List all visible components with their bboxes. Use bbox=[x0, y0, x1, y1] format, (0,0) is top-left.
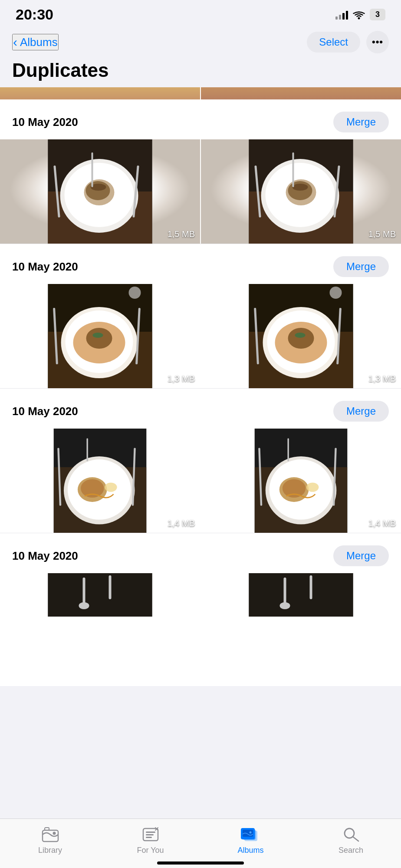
back-button[interactable]: ‹ Albums bbox=[12, 34, 59, 50]
svg-point-44 bbox=[330, 287, 342, 299]
back-label: Albums bbox=[20, 36, 58, 49]
img-size-1a: 1,5 MB bbox=[168, 229, 195, 239]
food-svg-4a bbox=[0, 573, 200, 617]
for-you-icon bbox=[140, 826, 161, 843]
duplicate-section-4: 10 May 2020 Merge bbox=[0, 533, 401, 617]
svg-point-52 bbox=[105, 482, 117, 492]
page-title-container: Duplicates bbox=[0, 56, 401, 87]
page-title: Duplicates bbox=[12, 59, 389, 81]
svg-point-19 bbox=[293, 184, 308, 191]
svg-rect-76 bbox=[310, 575, 312, 599]
svg-point-88 bbox=[249, 832, 251, 834]
dup-images-4 bbox=[0, 573, 401, 617]
nav-library-label: Library bbox=[38, 846, 62, 855]
search-icon bbox=[341, 826, 362, 843]
nav-search[interactable]: Search bbox=[323, 826, 379, 855]
dup-date-2: 10 May 2020 bbox=[12, 260, 78, 274]
more-button[interactable]: ••• bbox=[366, 31, 389, 53]
merge-button-1[interactable]: Merge bbox=[333, 112, 389, 132]
dup-images-3: 1,4 MB 1,4 MB bbox=[0, 429, 401, 533]
dup-image-3b[interactable]: 1,4 MB bbox=[201, 429, 401, 533]
top-partial-left bbox=[0, 87, 201, 99]
dup-images-1: 1,5 MB 1,5 MB bbox=[0, 139, 401, 244]
svg-rect-68 bbox=[48, 573, 152, 617]
svg-point-0 bbox=[358, 17, 360, 19]
svg-point-78 bbox=[53, 832, 56, 835]
svg-point-63 bbox=[306, 482, 319, 492]
albums-icon bbox=[240, 826, 261, 843]
img-size-2b: 1,3 MB bbox=[368, 374, 396, 384]
dup-header-1: 10 May 2020 Merge bbox=[0, 99, 401, 139]
food-svg-1a bbox=[0, 139, 200, 244]
bottom-spacer bbox=[0, 617, 401, 686]
dup-image-2a[interactable]: 1,3 MB bbox=[0, 284, 200, 388]
food-svg-1b bbox=[201, 139, 401, 244]
home-indicator bbox=[157, 861, 244, 865]
svg-point-75 bbox=[280, 602, 290, 609]
nav-albums-label: Albums bbox=[237, 846, 263, 855]
img-size-3a: 1,4 MB bbox=[168, 518, 195, 528]
food-svg-3b bbox=[201, 429, 401, 533]
food-svg-4b bbox=[201, 573, 401, 617]
nav-library[interactable]: Library bbox=[22, 826, 79, 855]
food-svg-2a bbox=[0, 284, 200, 388]
nav-bar: ‹ Albums Select ••• bbox=[0, 26, 401, 56]
svg-rect-11 bbox=[92, 152, 93, 187]
svg-rect-83 bbox=[146, 837, 152, 838]
dup-date-4: 10 May 2020 bbox=[12, 549, 78, 563]
dup-date-3: 10 May 2020 bbox=[12, 405, 78, 418]
nav-for-you-label: For You bbox=[137, 846, 164, 855]
svg-rect-81 bbox=[146, 832, 155, 833]
dup-image-1a[interactable]: 1,5 MB bbox=[0, 139, 200, 244]
bottom-nav: Library For You bbox=[0, 818, 401, 868]
merge-button-4[interactable]: Merge bbox=[333, 545, 389, 566]
svg-point-62 bbox=[283, 479, 306, 498]
duplicate-section-1: 10 May 2020 Merge bbox=[0, 99, 401, 244]
svg-point-51 bbox=[81, 479, 104, 498]
svg-rect-71 bbox=[109, 575, 112, 599]
scroll-area: 10 May 2020 Merge bbox=[0, 87, 401, 686]
dup-header-3: 10 May 2020 Merge bbox=[0, 389, 401, 429]
wifi-icon bbox=[352, 10, 365, 20]
food-svg-2b bbox=[201, 284, 401, 388]
dup-header-2: 10 May 2020 Merge bbox=[0, 244, 401, 284]
merge-button-2[interactable]: Merge bbox=[333, 256, 389, 277]
select-button[interactable]: Select bbox=[307, 32, 360, 53]
food-svg-3a bbox=[0, 429, 200, 533]
nav-actions: Select ••• bbox=[307, 31, 389, 53]
img-size-2a: 1,3 MB bbox=[168, 374, 195, 384]
svg-point-41 bbox=[295, 333, 306, 338]
status-icons: 3 bbox=[335, 9, 385, 20]
status-time: 20:30 bbox=[16, 6, 53, 23]
nav-for-you[interactable]: For You bbox=[122, 826, 179, 855]
dup-header-4: 10 May 2020 Merge bbox=[0, 533, 401, 573]
svg-line-90 bbox=[353, 837, 358, 841]
svg-rect-69 bbox=[83, 578, 85, 604]
back-chevron-icon: ‹ bbox=[13, 35, 17, 50]
dup-images-2: 1,3 MB 1,3 MB bbox=[0, 284, 401, 388]
dup-image-4a[interactable] bbox=[0, 573, 200, 617]
nav-search-label: Search bbox=[339, 846, 363, 855]
svg-point-33 bbox=[129, 287, 141, 299]
dup-image-2b[interactable]: 1,3 MB bbox=[201, 284, 401, 388]
nav-albums[interactable]: Albums bbox=[223, 826, 279, 855]
top-partial-right bbox=[201, 87, 401, 99]
svg-rect-74 bbox=[284, 578, 286, 604]
svg-rect-55 bbox=[86, 438, 88, 461]
svg-rect-79 bbox=[45, 828, 49, 830]
dup-image-4b[interactable] bbox=[201, 573, 401, 617]
status-bar: 20:30 3 bbox=[0, 0, 401, 26]
svg-point-40 bbox=[288, 328, 314, 349]
merge-button-3[interactable]: Merge bbox=[333, 401, 389, 422]
dup-date-1: 10 May 2020 bbox=[12, 116, 78, 129]
dup-image-1b[interactable]: 1,5 MB bbox=[201, 139, 401, 244]
svg-point-30 bbox=[93, 333, 103, 338]
duplicate-section-2: 10 May 2020 Merge bbox=[0, 244, 401, 388]
svg-point-70 bbox=[79, 602, 89, 609]
top-partial-images bbox=[0, 87, 401, 99]
img-size-1b: 1,5 MB bbox=[368, 229, 396, 239]
dup-image-3a[interactable]: 1,4 MB bbox=[0, 429, 200, 533]
duplicate-section-3: 10 May 2020 Merge bbox=[0, 389, 401, 533]
library-icon bbox=[40, 826, 61, 843]
signal-icon bbox=[335, 10, 348, 20]
